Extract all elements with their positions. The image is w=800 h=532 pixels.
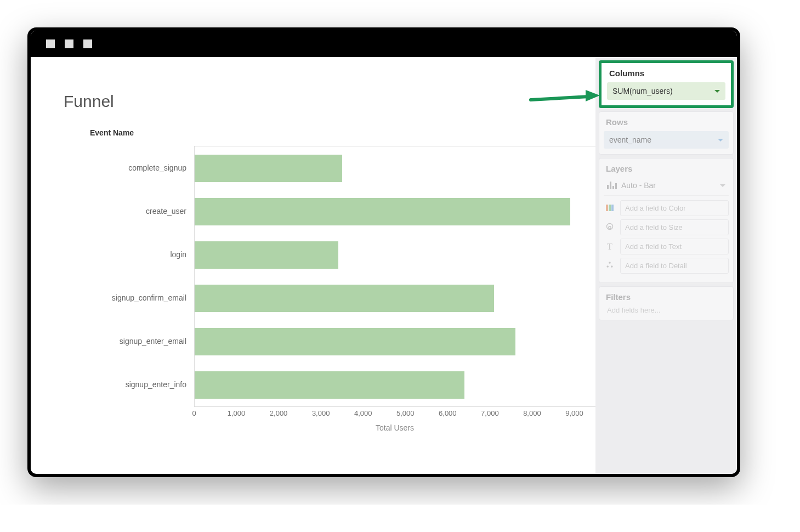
detail-icon bbox=[604, 261, 616, 270]
category-label: create_user bbox=[64, 189, 194, 233]
bar-row bbox=[195, 363, 595, 406]
visualization-type-selector[interactable]: Auto - Bar bbox=[604, 178, 729, 196]
x-tick-label: 0 bbox=[192, 409, 196, 417]
text-field-input[interactable]: Add a field to Text bbox=[620, 239, 729, 254]
bar-row bbox=[195, 146, 595, 190]
filters-panel: Filters Add fields here... bbox=[599, 286, 734, 320]
x-tick-label: 1,000 bbox=[228, 409, 246, 417]
size-field-input[interactable]: Add a field to Size bbox=[620, 219, 729, 235]
bar[interactable] bbox=[195, 371, 464, 399]
arrow-icon bbox=[529, 88, 600, 109]
text-field-row: T Add a field to Text bbox=[604, 239, 729, 254]
arrow-annotation bbox=[529, 88, 600, 111]
color-field-input[interactable]: Add a field to Color bbox=[620, 200, 729, 216]
config-sidebar: Columns SUM(num_users) Rows event_name L… bbox=[595, 57, 737, 474]
svg-point-5 bbox=[606, 265, 609, 268]
svg-marker-1 bbox=[586, 90, 600, 101]
bar[interactable] bbox=[195, 328, 515, 355]
svg-line-0 bbox=[531, 97, 589, 100]
window-control-close[interactable] bbox=[46, 39, 55, 48]
bar[interactable] bbox=[195, 155, 342, 182]
bar-chart-icon bbox=[607, 182, 617, 189]
x-tick-label: 2,000 bbox=[270, 409, 288, 417]
columns-chip-label: SUM(num_users) bbox=[612, 87, 673, 95]
bar-row bbox=[195, 190, 595, 233]
svg-point-3 bbox=[609, 227, 611, 229]
text-icon: T bbox=[604, 242, 616, 252]
svg-point-4 bbox=[609, 262, 611, 264]
svg-point-6 bbox=[611, 265, 613, 268]
chart-area: complete_signupcreate_userloginsignup_co… bbox=[64, 146, 595, 406]
app-window: Funnel Event Name complete_signupcreate_… bbox=[27, 27, 740, 477]
chevron-down-icon bbox=[714, 90, 720, 93]
y-axis-title: Event Name bbox=[90, 128, 595, 137]
chevron-down-icon bbox=[718, 139, 723, 142]
category-label: signup_confirm_email bbox=[64, 276, 194, 319]
x-tick-label: 9,000 bbox=[565, 409, 583, 417]
category-label: complete_signup bbox=[64, 146, 194, 189]
detail-field-input[interactable]: Add a field to Detail bbox=[620, 258, 729, 274]
layers-panel: Layers Auto - Bar Add a field to Color bbox=[599, 158, 734, 283]
x-tick-label: 5,000 bbox=[396, 409, 415, 417]
rows-panel: Rows event_name bbox=[599, 111, 734, 155]
rows-panel-title: Rows bbox=[604, 117, 729, 127]
chevron-down-icon bbox=[720, 184, 725, 187]
columns-panel: Columns SUM(num_users) bbox=[599, 60, 734, 108]
bar[interactable] bbox=[195, 198, 570, 225]
bar[interactable] bbox=[195, 285, 494, 312]
layers-panel-title: Layers bbox=[604, 164, 729, 173]
visualization-type-label: Auto - Bar bbox=[621, 181, 656, 190]
window-control-maximize[interactable] bbox=[83, 39, 92, 48]
filters-hint[interactable]: Add fields here... bbox=[604, 306, 729, 314]
color-field-row: Add a field to Color bbox=[604, 200, 729, 216]
x-tick-label: 8,000 bbox=[523, 409, 541, 417]
filters-panel-title: Filters bbox=[604, 292, 729, 302]
bar-row bbox=[195, 233, 595, 276]
bars-column bbox=[194, 146, 595, 406]
x-tick-label: 6,000 bbox=[439, 409, 457, 417]
x-axis: 01,0002,0003,0004,0005,0006,0007,0008,00… bbox=[194, 406, 595, 439]
columns-chip[interactable]: SUM(num_users) bbox=[607, 82, 725, 100]
x-tick-label: 3,000 bbox=[312, 409, 330, 417]
size-field-row: Add a field to Size bbox=[604, 219, 729, 235]
bar-row bbox=[195, 276, 595, 320]
category-label: signup_enter_info bbox=[64, 363, 194, 406]
titlebar bbox=[31, 31, 737, 57]
x-axis-title: Total Users bbox=[194, 423, 595, 432]
category-labels-column: complete_signupcreate_userloginsignup_co… bbox=[64, 146, 194, 406]
chart-panel: Funnel Event Name complete_signupcreate_… bbox=[31, 57, 595, 474]
chart-title: Funnel bbox=[64, 92, 595, 111]
x-tick-label: 4,000 bbox=[354, 409, 372, 417]
window-control-minimize[interactable] bbox=[65, 39, 73, 48]
bar-row bbox=[195, 320, 595, 363]
columns-panel-title: Columns bbox=[607, 69, 725, 78]
size-icon bbox=[604, 223, 616, 232]
detail-field-row: Add a field to Detail bbox=[604, 258, 729, 274]
rows-chip-label: event_name bbox=[609, 135, 651, 144]
rows-chip[interactable]: event_name bbox=[604, 131, 729, 149]
category-label: login bbox=[64, 233, 194, 276]
x-tick-label: 7,000 bbox=[481, 409, 499, 417]
bar[interactable] bbox=[195, 241, 338, 269]
content-area: Funnel Event Name complete_signupcreate_… bbox=[31, 57, 737, 474]
category-label: signup_enter_email bbox=[64, 319, 194, 363]
color-icon bbox=[604, 204, 616, 213]
